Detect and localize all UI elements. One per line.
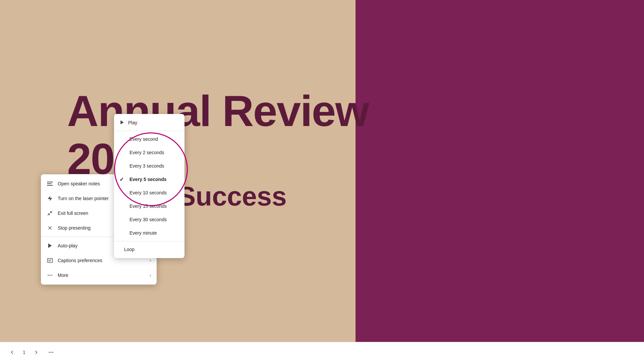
check-every-15-seconds	[119, 203, 126, 209]
submenu-item-every-30-seconds[interactable]: Every 30 seconds	[114, 213, 184, 226]
next-slide-button[interactable]	[30, 346, 43, 359]
slide-title: Annual Review 2024	[67, 87, 369, 183]
svg-marker-16	[120, 120, 123, 124]
check-every-3-seconds	[119, 163, 126, 169]
captions-arrow: ›	[150, 257, 151, 263]
submenu-label-every-30-seconds: Every 30 seconds	[129, 217, 167, 222]
submenu-item-every-5-seconds[interactable]: ✓ Every 5 seconds	[114, 173, 184, 186]
captions-icon	[46, 257, 54, 264]
svg-marker-3	[48, 196, 52, 201]
submenu-label-every-5-seconds: Every 5 seconds	[129, 177, 167, 182]
svg-rect-9	[48, 258, 53, 262]
svg-marker-8	[48, 243, 52, 248]
toolbar-more-button[interactable]	[44, 346, 58, 359]
more-arrow: ›	[150, 272, 151, 278]
menu-label-captions-preferences: Captions preferences	[58, 258, 143, 263]
play-icon	[46, 242, 54, 249]
svg-point-13	[48, 275, 49, 276]
dots-icon	[46, 272, 54, 279]
fullscreen-icon	[46, 209, 54, 217]
submenu-item-every-second[interactable]: Every second	[114, 132, 184, 146]
submenu-label-every-second: Every second	[129, 136, 158, 142]
submenu-divider	[114, 131, 184, 131]
menu-item-more[interactable]: More ›	[41, 268, 157, 283]
check-every-2-seconds	[119, 149, 126, 156]
svg-point-2	[52, 352, 53, 353]
submenu-item-every-3-seconds[interactable]: Every 3 seconds	[114, 159, 184, 173]
svg-line-4	[48, 214, 49, 216]
x-icon	[46, 224, 54, 232]
submenu-item-every-minute[interactable]: Every minute	[114, 226, 184, 240]
submenu-label-loop: Loop	[124, 247, 135, 252]
autoplay-submenu: Play Every second Every 2 seconds Every …	[114, 114, 184, 258]
submenu-label-every-3-seconds: Every 3 seconds	[129, 163, 164, 169]
submenu-item-every-2-seconds[interactable]: Every 2 seconds	[114, 146, 184, 159]
svg-line-5	[51, 211, 52, 213]
menu-label-more: More	[58, 273, 143, 278]
svg-point-1	[51, 352, 52, 353]
check-every-30-seconds	[119, 217, 126, 223]
submenu-divider-2	[114, 241, 184, 241]
svg-point-15	[51, 275, 52, 276]
bolt-icon	[46, 195, 54, 202]
check-every-5-seconds: ✓	[119, 176, 126, 183]
submenu-label-every-minute: Every minute	[129, 230, 157, 236]
submenu-label-every-2-seconds: Every 2 seconds	[129, 150, 164, 155]
check-loop	[119, 247, 121, 252]
check-every-10-seconds	[119, 190, 126, 196]
submenu-item-loop[interactable]: Loop	[114, 243, 184, 256]
submenu-label-every-10-seconds: Every 10 seconds	[129, 190, 167, 195]
submenu-item-every-10-seconds[interactable]: Every 10 seconds	[114, 186, 184, 199]
right-panel	[356, 0, 644, 362]
submenu-play-label: Play	[128, 120, 137, 125]
prev-slide-button[interactable]	[5, 346, 19, 359]
check-every-minute	[119, 230, 126, 236]
submenu-play-icon	[119, 120, 125, 126]
submenu-label-every-15-seconds: Every 15 seconds	[129, 203, 167, 209]
slide-subtitle: Success	[178, 181, 287, 212]
submenu-play-button[interactable]: Play	[114, 116, 184, 129]
svg-point-14	[50, 275, 51, 276]
svg-point-0	[49, 352, 50, 353]
check-every-second	[119, 136, 126, 142]
lines-icon	[46, 180, 54, 187]
submenu-item-every-15-seconds[interactable]: Every 15 seconds	[114, 199, 184, 213]
bottom-toolbar: 1	[0, 342, 644, 362]
page-number: 1	[20, 350, 28, 355]
slide-title-text: Annual Review	[67, 86, 369, 135]
